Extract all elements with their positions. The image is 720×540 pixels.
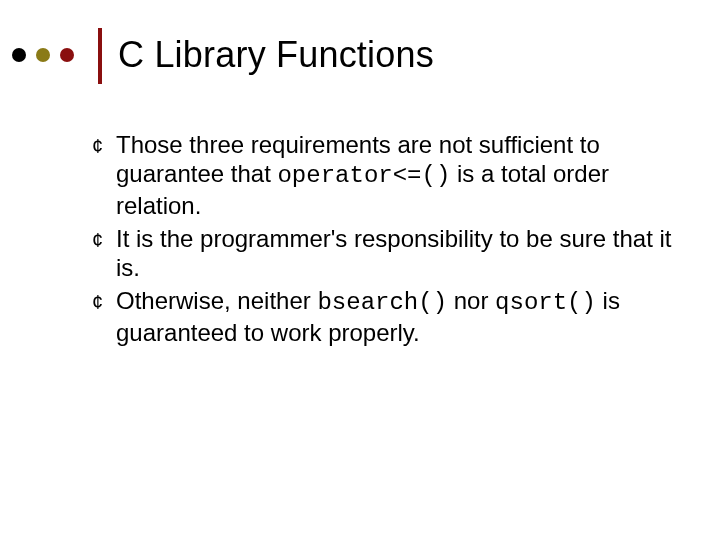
code-run: qsort() (495, 289, 596, 316)
bullet-text: Otherwise, neither bsearch() nor qsort()… (116, 286, 672, 347)
code-run: bsearch() (317, 289, 447, 316)
text-run: Otherwise, neither (116, 287, 317, 314)
slide-header: C Library Functions (0, 28, 720, 88)
bullet-text: Those three requirements are not suffici… (116, 130, 672, 220)
slide-title: C Library Functions (118, 34, 434, 76)
list-item: ¢ Otherwise, neither bsearch() nor qsort… (92, 286, 672, 347)
bullet-marker-icon: ¢ (92, 130, 116, 220)
bullet-marker-icon: ¢ (92, 286, 116, 347)
slide: C Library Functions ¢ Those three requir… (0, 0, 720, 540)
bullet-text: It is the programmer's responsibility to… (116, 224, 672, 283)
text-run: It is the programmer's responsibility to… (116, 225, 671, 281)
text-run: nor (447, 287, 495, 314)
list-item: ¢ Those three requirements are not suffi… (92, 130, 672, 220)
decorative-dots (12, 48, 74, 62)
slide-body: ¢ Those three requirements are not suffi… (92, 130, 672, 351)
bullet-marker-icon: ¢ (92, 224, 116, 283)
dot-icon (12, 48, 26, 62)
vertical-accent-line (98, 28, 102, 84)
dot-icon (60, 48, 74, 62)
code-run: operator<=() (277, 162, 450, 189)
list-item: ¢ It is the programmer's responsibility … (92, 224, 672, 283)
dot-icon (36, 48, 50, 62)
